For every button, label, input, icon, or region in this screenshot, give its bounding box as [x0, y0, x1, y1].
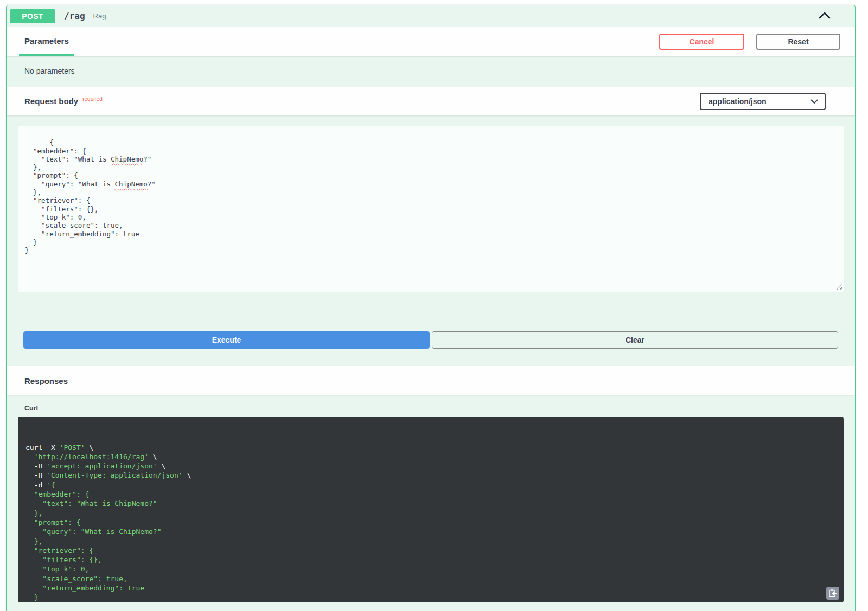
copy-button[interactable] — [826, 587, 839, 600]
curl-label: Curl — [24, 404, 844, 412]
tab-parameters-label: Parameters — [24, 36, 69, 46]
operation-summary[interactable]: POST /rag Rag — [7, 5, 855, 27]
no-parameters-message: No parameters — [7, 56, 855, 87]
request-body-header: Request bodyrequired application/json — [7, 87, 855, 115]
required-badge: required — [82, 96, 103, 102]
responses-header: Responses — [7, 366, 855, 395]
operation-panel: POST /rag Rag Parameters Cancel Reset No… — [6, 5, 856, 611]
cancel-button[interactable]: Cancel — [659, 34, 744, 50]
request-body-text: { "embedder": { "text": "What is ChipNem… — [25, 138, 156, 254]
method-badge: POST — [10, 9, 55, 23]
parameters-header-row: Parameters Cancel Reset — [7, 27, 855, 56]
reset-button[interactable]: Reset — [756, 34, 840, 50]
chevron-up-icon — [819, 11, 831, 21]
tab-parameters[interactable]: Parameters — [19, 27, 74, 56]
request-body-section: { "embedder": { "text": "What is ChipNem… — [7, 115, 855, 366]
responses-title: Responses — [24, 376, 68, 385]
curl-section: Curl curl -X 'POST' \ 'http://localhost:… — [7, 395, 855, 611]
collapse-button[interactable] — [819, 11, 831, 21]
clear-button[interactable]: Clear — [432, 331, 838, 349]
execute-button[interactable]: Execute — [23, 331, 430, 349]
resize-handle-icon[interactable] — [836, 284, 842, 290]
curl-command: curl -X 'POST' \ 'http://localhost:1416/… — [18, 417, 844, 602]
endpoint-path: /rag — [64, 11, 85, 21]
request-body-title-wrap: Request bodyrequired — [24, 96, 103, 106]
media-type-value: application/json — [709, 97, 767, 106]
chevron-down-icon — [810, 99, 818, 104]
endpoint-summary: Rag — [93, 12, 106, 20]
execute-row: Execute Clear — [23, 331, 838, 349]
request-body-title: Request body — [24, 97, 78, 106]
media-type-select[interactable]: application/json — [700, 93, 826, 110]
request-body-editor[interactable]: { "embedder": { "text": "What is ChipNem… — [18, 126, 844, 292]
parameters-actions: Cancel Reset — [659, 27, 840, 56]
copy-clipboard-icon — [828, 589, 837, 597]
